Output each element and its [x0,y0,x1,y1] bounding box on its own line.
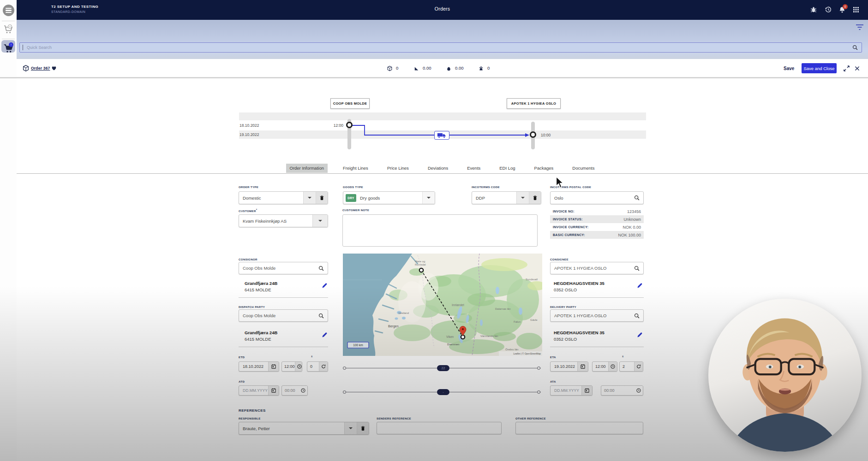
incoterms-postal-input[interactable]: Oslo [550,191,644,204]
customer-select[interactable]: Kvam Fiskeinnkjøp AS [239,214,328,227]
senders-reference-input[interactable] [377,422,502,434]
eta-clock-button[interactable] [608,362,617,371]
tab-events[interactable]: Events [463,164,484,173]
timeline-date-2: 19.10.2022 [239,132,259,137]
goods-type-value: Dry goods [356,195,422,201]
incoterms-code-caret[interactable] [516,192,529,204]
search-panel [17,20,868,59]
search-icon[interactable] [634,195,640,201]
save-button[interactable]: Save [784,66,794,71]
order-type-clear-button[interactable] [316,192,328,204]
calendar-icon [580,364,586,369]
responsible-clear-button[interactable] [357,422,369,434]
etd-label: ETD [239,355,245,359]
etd-clock-button[interactable] [295,362,302,371]
consignor-address-line1: Grandfjæra 24B [245,281,277,286]
quick-search-input[interactable]: Quick Search [19,42,862,53]
stat-packages-icon [387,65,393,71]
tab-documents[interactable]: Documents [569,164,598,173]
order-type-caret[interactable] [303,192,316,204]
other-reference-input[interactable] [515,422,643,434]
route-map[interactable]: Bergen Vestland Møre og Romsdal Innlande… [343,254,542,356]
goods-type-caret[interactable] [422,192,435,204]
consignee-input[interactable]: APOTEK 1 HYGIEA OSLO [550,262,644,274]
references-heading: REFERENCES [239,408,266,413]
etd-eta-slider-handle[interactable]: 22 [437,365,449,371]
edit-pencil-icon[interactable] [321,282,328,289]
edit-pencil-icon[interactable] [636,282,643,289]
expand-icon[interactable] [843,65,850,72]
consignor-input[interactable]: Coop Obs Molde [239,262,328,274]
customer-caret[interactable] [312,215,328,227]
consignee-address-line2: 0352 OSLO [554,287,577,292]
toolbar-divider [0,77,868,78]
eta-tolerance-reset[interactable] [634,362,643,371]
ata-label: ATA [550,380,556,383]
close-icon[interactable] [854,65,860,71]
ata-date-input[interactable]: DD.MM.YYYY [550,385,593,396]
etd-tolerance-reset[interactable] [319,362,328,371]
order-type-select[interactable]: Domestic [239,191,328,204]
order-type-value: Domestic [239,195,303,201]
eta-calendar-button[interactable] [577,362,588,371]
search-icon[interactable] [852,44,858,51]
search-icon[interactable] [634,313,640,319]
divider [239,297,328,298]
etd-time-input[interactable]: 12:00 [281,361,302,372]
responsible-select[interactable]: Braute, Petter [239,422,369,435]
ata-calendar-button[interactable] [581,386,592,395]
tab-freight-lines[interactable]: Freight Lines [339,164,372,173]
truck-icon [437,132,447,139]
page-title: Orders [17,6,868,12]
search-icon[interactable] [318,313,324,319]
etd-calendar-button[interactable] [268,362,279,371]
responsible-caret[interactable] [344,422,357,434]
ata-clock-button[interactable] [635,386,643,395]
tab-price-lines[interactable]: Price Lines [383,164,413,173]
edit-pencil-icon[interactable] [321,331,328,338]
dispatch-party-label: DISPATCH PARTY [239,305,265,308]
ata-time-value: 00:00 [601,388,635,393]
tab-deviations[interactable]: Deviations [424,164,452,173]
eta-tolerance-input[interactable]: 2 [619,361,643,372]
order-link[interactable]: Order 367 [31,66,50,71]
atd-date-input[interactable]: DD.MM.YYYY [239,385,279,396]
etd-time-value: 12:00 [282,364,295,369]
incoterms-code-select[interactable]: DDP [472,191,541,204]
dispatch-party-input[interactable]: Coop Obs Molde [239,309,328,322]
atd-time-input[interactable]: 00:00 [281,385,308,396]
etd-date-input[interactable]: 18.10.2022 [239,361,279,372]
mouse-cursor [556,176,564,189]
map-label-more2: Romsdal [415,263,426,266]
customer-note-textarea[interactable] [342,214,538,247]
save-and-close-button[interactable]: Save and Close [802,63,837,73]
search-icon[interactable] [634,265,640,272]
divider [550,347,644,347]
tab-packages[interactable]: Packages [531,164,557,173]
delivery-party-input[interactable]: APOTEK 1 HYGIEA OSLO [550,309,644,322]
filter-icon[interactable] [856,24,864,30]
favorite-heart-icon[interactable] [51,65,57,71]
slider-end-dot[interactable] [537,390,540,394]
timeline-destination-marker[interactable] [530,131,536,138]
incoterms-code-clear-button[interactable] [529,192,541,204]
tab-order-information[interactable]: Order Information [286,164,328,173]
slider-start-dot[interactable] [343,390,346,394]
search-icon[interactable] [318,265,324,272]
hamburger-menu-button[interactable] [3,5,14,16]
eta-time-value: 12:00 [593,364,608,369]
slider-start-dot[interactable] [343,366,346,370]
eta-date-input[interactable]: 19.10.2022 [550,361,588,372]
tab-edi-log[interactable]: EDI Log [496,164,519,173]
atd-clock-button[interactable] [299,386,307,395]
timeline-transport-node[interactable] [434,131,449,140]
timeline-origin-marker[interactable] [346,122,353,128]
goods-type-select[interactable]: DRY Dry goods [343,191,435,204]
etd-tolerance-input[interactable]: 0 [307,361,328,372]
atd-ata-slider-handle[interactable]: - [437,389,449,395]
edit-pencil-icon[interactable] [636,331,643,338]
slider-end-dot[interactable] [537,366,540,370]
ata-time-input[interactable]: 00:00 [601,385,643,396]
atd-calendar-button[interactable] [268,386,279,395]
eta-time-input[interactable]: 12:00 [592,361,617,372]
